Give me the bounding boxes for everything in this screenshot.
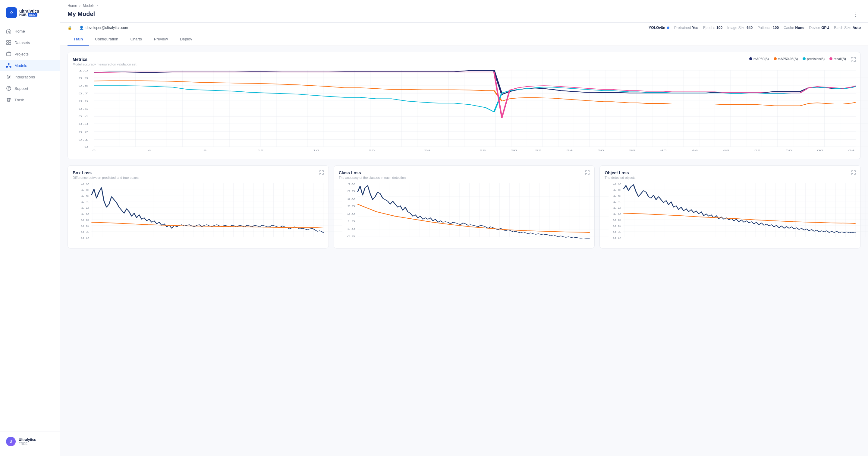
svg-text:24: 24	[424, 149, 430, 152]
svg-text:0.7: 0.7	[79, 92, 88, 95]
legend-label-recall: recall(B)	[834, 57, 846, 61]
user-avatar: U	[6, 437, 16, 446]
svg-text:0.4: 0.4	[81, 230, 89, 233]
integrations-icon	[6, 74, 11, 80]
yolo-version: YOLOv8n	[649, 26, 670, 30]
sidebar-label-trash: Trash	[14, 98, 24, 102]
breadcrumb-models[interactable]: Models	[83, 4, 95, 8]
svg-rect-3	[9, 40, 11, 42]
class-loss-svg: 4.0 3.5 3.0 2.5 2.0 1.5 1.0 0.5	[339, 183, 590, 244]
tab-deploy[interactable]: Deploy	[174, 33, 198, 46]
param-batch-size: Batch Size Auto	[834, 26, 861, 30]
box-loss-subtitle: Difference between predicted and true bo…	[73, 176, 138, 179]
legend-map5095: mAP50-95(B)	[774, 57, 798, 61]
sidebar-item-support[interactable]: Support	[0, 83, 60, 94]
metrics-chart-title: Metrics	[73, 57, 136, 62]
loss-charts-row: Box Loss Difference between predicted an…	[67, 165, 861, 255]
lock-icon: 🔒	[67, 26, 72, 30]
svg-text:1.2: 1.2	[613, 206, 621, 209]
svg-text:0.2: 0.2	[81, 236, 89, 239]
page-title: My Model	[67, 10, 95, 18]
sidebar-item-home[interactable]: Home	[0, 25, 60, 37]
sidebar-item-datasets[interactable]: Datasets	[0, 37, 60, 48]
svg-text:1.0: 1.0	[613, 212, 621, 215]
svg-text:0.2: 0.2	[613, 236, 621, 239]
param-epochs: Epochs 100	[703, 26, 722, 30]
patience-label: Patience	[757, 26, 772, 30]
tab-charts[interactable]: Charts	[124, 33, 148, 46]
breadcrumb-sep2: ›	[97, 4, 98, 8]
class-loss-subtitle: The accuracy of the classes in each dete…	[339, 176, 406, 179]
svg-text:2.5: 2.5	[347, 205, 355, 208]
param-pretrained: Pretrained Yes	[674, 26, 698, 30]
model-info-bar: 🔒 👤 developer@ultralytics.com YOLOv8n Pr…	[60, 23, 868, 33]
svg-rect-13	[94, 70, 868, 147]
svg-text:0.4: 0.4	[79, 115, 88, 118]
breadcrumb-home[interactable]: Home	[67, 4, 77, 8]
box-loss-title: Box Loss	[73, 170, 138, 175]
sidebar-label-home: Home	[14, 29, 25, 33]
device-label: Device	[809, 26, 820, 30]
sidebar-label-models: Models	[14, 63, 27, 68]
object-loss-expand-button[interactable]	[851, 170, 856, 176]
tab-train[interactable]: Train	[67, 33, 89, 46]
sidebar-label-datasets: Datasets	[14, 40, 30, 45]
image-size-value: 640	[747, 26, 752, 30]
svg-text:1.6: 1.6	[81, 194, 89, 197]
svg-text:0.2: 0.2	[79, 130, 88, 134]
svg-text:30: 30	[511, 149, 517, 152]
svg-text:4: 4	[148, 149, 151, 152]
more-options-button[interactable]: ⋮	[850, 9, 861, 19]
page-header: Home › Models › My Model ⋮	[60, 0, 868, 23]
svg-text:1.8: 1.8	[81, 188, 89, 191]
legend-label-map50: mAP50(B)	[753, 57, 769, 61]
epochs-value: 100	[716, 26, 722, 30]
svg-text:0.1: 0.1	[79, 138, 88, 141]
metrics-expand-button[interactable]	[851, 57, 856, 63]
svg-text:56: 56	[785, 149, 792, 152]
trash-icon	[6, 97, 11, 103]
svg-text:20: 20	[368, 149, 375, 152]
user-info: U Ultralytics FREE	[6, 437, 54, 446]
epochs-label: Epochs	[703, 26, 715, 30]
svg-text:0.8: 0.8	[79, 84, 88, 87]
svg-text:1.4: 1.4	[613, 200, 621, 203]
developer-email: developer@ultralytics.com	[86, 26, 128, 30]
object-loss-card: Object Loss The detected objects	[599, 165, 861, 249]
svg-text:44: 44	[692, 149, 698, 152]
svg-rect-56	[91, 183, 342, 237]
svg-text:32: 32	[535, 149, 541, 152]
svg-text:36: 36	[598, 149, 604, 152]
svg-text:1.5: 1.5	[347, 220, 355, 223]
legend-precision: precision(B)	[803, 57, 825, 61]
svg-text:0.4: 0.4	[613, 230, 621, 233]
sidebar-item-trash[interactable]: Trash	[0, 94, 60, 106]
models-icon	[6, 63, 11, 68]
tab-configuration[interactable]: Configuration	[89, 33, 124, 46]
legend-recall: recall(B)	[830, 57, 846, 61]
feedback-wrapper: Feedback	[839, 224, 868, 232]
home-icon	[6, 28, 11, 34]
class-loss-expand-button[interactable]	[585, 170, 590, 176]
sidebar-item-integrations[interactable]: Integrations	[0, 71, 60, 83]
svg-text:4.0: 4.0	[347, 182, 355, 185]
sidebar-item-models[interactable]: Models	[0, 60, 60, 71]
tab-preview[interactable]: Preview	[148, 33, 174, 46]
sidebar-label-support: Support	[14, 86, 28, 91]
svg-text:1.8: 1.8	[613, 188, 621, 191]
model-params: YOLOv8n Pretrained Yes Epochs 100 Image …	[649, 26, 861, 30]
svg-rect-76	[624, 183, 868, 237]
param-image-size: Image Size 640	[727, 26, 752, 30]
box-loss-expand-button[interactable]	[319, 170, 324, 176]
sidebar-item-projects[interactable]: Projects	[0, 48, 60, 60]
svg-text:2.0: 2.0	[613, 182, 621, 185]
svg-text:16: 16	[313, 149, 319, 152]
svg-text:0: 0	[93, 149, 96, 152]
svg-text:1.0: 1.0	[81, 212, 89, 215]
datasets-icon	[6, 40, 11, 45]
svg-text:28: 28	[479, 149, 486, 152]
sidebar-label-integrations: Integrations	[14, 75, 35, 79]
legend-dot-map5095	[774, 57, 777, 60]
image-size-label: Image Size	[727, 26, 745, 30]
pretrained-value: Yes	[692, 26, 698, 30]
